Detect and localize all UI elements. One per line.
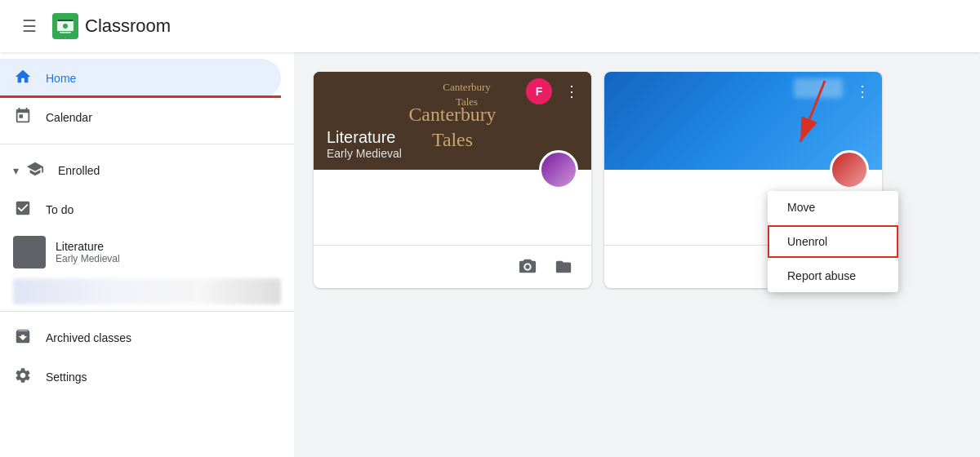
card-menu-button-literature[interactable]: ⋮ — [559, 78, 585, 104]
blurred-badge — [794, 78, 843, 98]
dropdown-item-unenrol[interactable]: Unenrol — [768, 225, 898, 258]
sidebar-todo-label: To do — [46, 203, 74, 216]
sidebar-home-label: Home — [46, 72, 76, 85]
divider-2 — [0, 311, 294, 312]
home-icon — [13, 68, 33, 90]
dropdown-menu: Move Unenrol Report abuse — [768, 191, 898, 292]
card-avatar-area — [314, 170, 591, 196]
svg-point-3 — [63, 24, 68, 29]
sidebar-blurred-item — [13, 278, 281, 304]
sidebar-class-literature[interactable]: Literature Early Medieval — [0, 229, 294, 275]
card-subtitle-literature: Early Medieval — [327, 147, 578, 160]
svg-rect-2 — [57, 20, 74, 21]
class-info: Literature Early Medieval — [56, 240, 120, 264]
dropdown-item-report[interactable]: Report abuse — [768, 260, 898, 292]
sidebar-item-enrolled[interactable]: ▾ Enrolled — [0, 151, 294, 190]
folder-icon-literature[interactable] — [549, 252, 578, 282]
camera-icon-literature[interactable] — [513, 252, 542, 282]
class-card-literature[interactable]: Canterbury Tales Literature Early Mediev… — [314, 72, 591, 288]
card-footer-literature — [314, 245, 591, 288]
sidebar-calendar-label: Calendar — [46, 111, 92, 124]
background-text-line2: Tales — [443, 95, 490, 109]
card-header-literature: Canterbury Tales Literature Early Mediev… — [314, 72, 591, 170]
card-body-literature — [314, 196, 591, 245]
archived-icon — [13, 327, 33, 349]
divider-1 — [0, 144, 294, 144]
card-title-literature: Literature — [327, 128, 578, 147]
menu-icon[interactable]: ☰ — [13, 10, 46, 42]
todo-icon — [13, 199, 33, 221]
f-badge: F — [526, 78, 552, 104]
sidebar-item-todo[interactable]: To do — [0, 190, 281, 229]
svg-rect-4 — [60, 32, 71, 33]
enrolled-icon — [25, 160, 45, 182]
chevron-icon: ▾ — [13, 164, 19, 177]
enrolled-label: Enrolled — [58, 164, 100, 177]
card-avatar-blue — [830, 150, 869, 189]
dropdown-item-move[interactable]: Move — [768, 191, 898, 224]
sidebar-item-home[interactable]: Home — [0, 59, 281, 98]
classroom-logo — [52, 13, 78, 39]
archived-label: Archived classes — [46, 331, 131, 344]
calendar-icon — [13, 107, 33, 129]
sidebar-item-settings[interactable]: Settings — [0, 357, 281, 397]
sidebar-item-calendar[interactable]: Calendar — [0, 98, 281, 137]
background-text-line1: Canterbury — [443, 80, 490, 95]
app-title: Classroom — [85, 16, 171, 37]
settings-label: Settings — [46, 370, 87, 384]
class-sub: Early Medieval — [56, 253, 120, 264]
class-thumb — [13, 236, 46, 268]
topbar: ☰ Classroom — [0, 0, 980, 52]
main-layout: Home Calendar ▾ Enrolled — [0, 52, 980, 457]
settings-icon — [13, 366, 33, 388]
card-menu-button-blue[interactable]: ⋮ — [849, 78, 875, 104]
sidebar: Home Calendar ▾ Enrolled — [0, 52, 294, 457]
content-area: Canterbury Tales Literature Early Mediev… — [294, 52, 980, 457]
class-name: Literature — [56, 240, 120, 253]
sidebar-item-archived[interactable]: Archived classes — [0, 318, 281, 357]
